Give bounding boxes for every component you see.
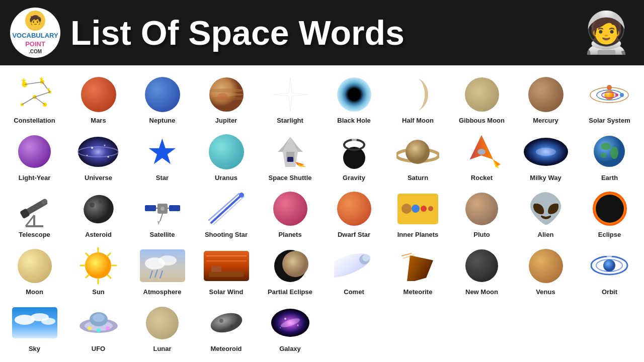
svg-point-80 — [239, 193, 244, 198]
space-word-label: Shooting Star — [205, 231, 248, 239]
svg-point-58 — [600, 153, 606, 158]
grid-item-inner-planets: Inner Planets — [386, 185, 450, 242]
space-word-label: Universe — [85, 174, 112, 182]
svg-point-137 — [297, 325, 298, 326]
space-word-label: Rocket — [471, 174, 493, 182]
grid-item-jupiter: Jupiter — [194, 70, 258, 128]
svg-point-133 — [230, 324, 233, 327]
new-moon-icon — [459, 246, 505, 286]
space-word-label: Gibbous Moon — [459, 117, 505, 125]
grid-item-solar-wind: Solar Wind — [194, 242, 258, 299]
meteoroid-icon — [204, 303, 249, 343]
svg-text:★: ★ — [46, 86, 51, 92]
svg-point-52 — [477, 149, 486, 155]
neptune-icon — [140, 74, 185, 115]
space-word-label: Constellation — [14, 117, 55, 125]
svg-point-45 — [352, 137, 357, 142]
svg-line-75 — [160, 214, 163, 221]
space-word-label: UFO — [92, 345, 105, 353]
space-shuttle-icon — [268, 132, 313, 172]
svg-rect-40 — [287, 157, 293, 162]
grid-item-sky: Sky — [3, 299, 66, 356]
gibbous-moon-icon — [459, 74, 505, 115]
svg-point-23 — [604, 90, 614, 100]
svg-point-35 — [108, 156, 109, 158]
uranus-icon — [204, 132, 249, 172]
space-word-label: Half Moon — [402, 117, 434, 125]
header: 🧒 VOCABULARY POINT .COM List Of Space Wo… — [0, 0, 644, 65]
grid-item-partial-eclipse: Partial Eclipse — [258, 242, 322, 299]
space-word-label: Lunar — [153, 345, 171, 353]
svg-point-123 — [41, 318, 55, 325]
atmosphere-icon — [140, 246, 185, 286]
svg-rect-71 — [169, 205, 180, 211]
solar-wind-icon — [204, 246, 249, 286]
grid-item-half-moon: Half Moon — [386, 70, 450, 128]
svg-point-84 — [421, 206, 427, 212]
universe-icon — [76, 132, 121, 172]
grid-item-light-year: Light-Year — [3, 128, 66, 185]
svg-line-79 — [214, 197, 244, 224]
svg-point-27 — [607, 85, 612, 90]
grid-item-saturn: Saturn — [386, 128, 450, 185]
grid-item-asteroid: Asteroid — [66, 185, 130, 242]
constellation-icon: ★ ★ ★ — [12, 74, 57, 115]
grid-item-eclipse: Eclipse — [578, 185, 641, 242]
svg-point-119 — [607, 254, 612, 259]
grid-item-ufo: UFO — [66, 299, 130, 356]
space-word-label: Venus — [536, 288, 555, 296]
svg-point-22 — [348, 88, 360, 101]
svg-point-47 — [406, 140, 430, 164]
logo-point: POINT — [25, 40, 45, 49]
grid-item-black-hole: Black Hole — [322, 70, 386, 128]
svg-point-109 — [282, 251, 308, 277]
grid-item-uranus: Uranus — [194, 128, 258, 185]
space-word-label: Light-Year — [19, 174, 51, 182]
svg-point-65 — [81, 193, 116, 225]
inner-planets-icon — [395, 189, 441, 229]
grid-item-comet: Comet — [322, 242, 386, 299]
page-title: List Of Space Words — [70, 13, 579, 52]
space-word-label: Sky — [29, 345, 40, 353]
satellite-icon — [140, 189, 185, 229]
saturn-icon — [395, 132, 441, 172]
space-word-label: Uranus — [215, 174, 237, 182]
grid-item-milky-way: Milky Way — [514, 128, 578, 185]
space-word-label: Orbit — [602, 288, 617, 296]
svg-point-30 — [78, 137, 118, 167]
svg-point-112 — [362, 254, 369, 261]
svg-point-83 — [412, 205, 420, 213]
space-word-label: Telescope — [19, 231, 50, 239]
svg-point-131 — [209, 311, 244, 335]
space-word-label: Inner Planets — [397, 231, 439, 239]
partial-eclipse-icon — [268, 246, 313, 286]
svg-point-54 — [536, 148, 556, 156]
earth-icon — [587, 132, 632, 172]
grid-item-mercury: Mercury — [514, 70, 578, 128]
logo-vocab: VOCABULARY — [12, 32, 58, 40]
grid-item-meteorite: Meteorite — [386, 242, 450, 299]
grid-item-earth: Earth — [578, 128, 641, 185]
grid-item-gibbous-moon: Gibbous Moon — [450, 70, 514, 128]
svg-line-95 — [107, 253, 110, 256]
gravity-icon — [332, 132, 377, 172]
space-word-label: Pluto — [473, 231, 490, 239]
jupiter-icon — [204, 74, 249, 115]
grid-item-universe: Universe — [66, 128, 130, 185]
svg-point-55 — [594, 136, 625, 167]
grid-item-mars: Mars — [66, 70, 130, 128]
svg-rect-70 — [145, 205, 156, 211]
star-icon: ★ — [140, 132, 185, 172]
svg-point-33 — [104, 145, 106, 146]
svg-point-74 — [160, 207, 165, 211]
space-word-label: Galaxy — [279, 345, 301, 353]
orbit-icon — [587, 246, 632, 286]
grid-item-new-moon: New Moon — [450, 242, 514, 299]
starlight-icon — [268, 74, 313, 115]
grid-item-pluto: Pluto — [450, 185, 514, 242]
svg-point-85 — [428, 206, 433, 211]
galaxy-icon — [268, 303, 313, 343]
space-word-label: Planets — [278, 231, 301, 239]
space-word-label: Meteorite — [404, 288, 433, 296]
svg-point-29 — [615, 94, 618, 97]
